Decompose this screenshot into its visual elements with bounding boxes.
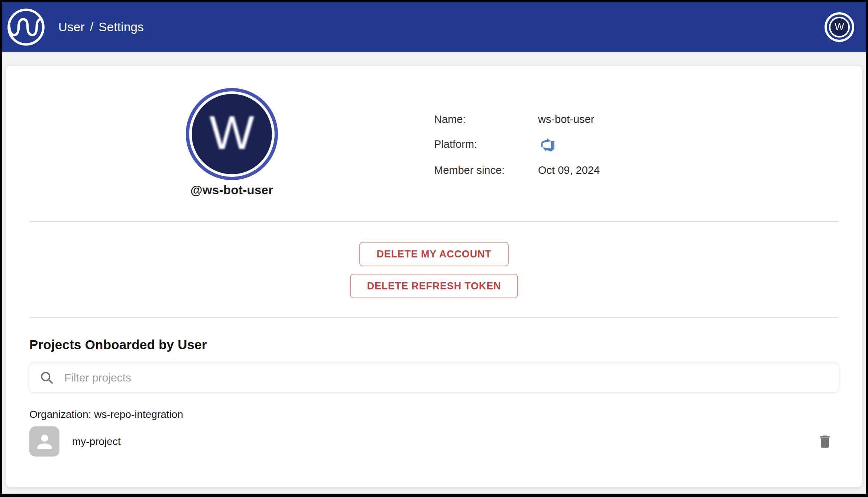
name-value: ws-bot-user	[538, 113, 600, 126]
delete-project-button[interactable]	[817, 433, 833, 450]
person-icon	[34, 431, 55, 452]
divider	[29, 317, 839, 318]
page-background: W @ws-bot-user Name: ws-bot-user Platfor…	[2, 52, 866, 494]
app-window: User / Settings W W @ws-bot-user Name: w…	[0, 0, 868, 497]
trash-icon	[817, 433, 833, 450]
project-list-item[interactable]: my-project	[29, 426, 839, 457]
project-avatar	[29, 426, 59, 457]
header-user-avatar-button[interactable]: W	[825, 12, 854, 42]
azure-devops-icon	[538, 138, 600, 152]
user-handle: @ws-bot-user	[149, 183, 315, 197]
search-icon	[40, 371, 54, 385]
member-since-label: Member since:	[434, 164, 538, 176]
name-label: Name:	[434, 113, 538, 126]
profile-avatar-disc: W	[192, 94, 272, 174]
settings-card: W @ws-bot-user Name: ws-bot-user Platfor…	[6, 66, 862, 487]
projects-section: Projects Onboarded by User Organization:…	[6, 337, 862, 457]
header-avatar-initial: W	[829, 17, 850, 38]
delete-refresh-token-button[interactable]: DELETE REFRESH TOKEN	[350, 274, 518, 298]
profile-avatar-initial: W	[210, 109, 255, 156]
account-actions: DELETE MY ACCOUNT DELETE REFRESH TOKEN	[6, 222, 862, 317]
profile-details: Name: ws-bot-user Platform: Member since…	[434, 113, 600, 176]
project-filter-box	[29, 363, 839, 392]
wave-logo-icon[interactable]	[6, 7, 46, 47]
platform-label: Platform:	[434, 138, 538, 152]
projects-heading: Projects Onboarded by User	[29, 337, 839, 352]
filter-projects-input[interactable]	[64, 371, 828, 384]
project-name: my-project	[72, 436, 121, 448]
breadcrumb: User / Settings	[58, 20, 144, 34]
organization-label: Organization: ws-repo-integration	[29, 409, 839, 420]
member-since-value: Oct 09, 2024	[538, 164, 600, 176]
delete-account-button[interactable]: DELETE MY ACCOUNT	[359, 242, 508, 266]
profile-section: W @ws-bot-user Name: ws-bot-user Platfor…	[6, 66, 862, 221]
breadcrumb-separator: /	[90, 20, 93, 34]
breadcrumb-settings-link[interactable]: Settings	[98, 20, 144, 34]
profile-avatar: W	[186, 88, 278, 180]
top-navigation-bar: User / Settings W	[2, 2, 866, 52]
breadcrumb-user-link[interactable]: User	[58, 20, 85, 34]
